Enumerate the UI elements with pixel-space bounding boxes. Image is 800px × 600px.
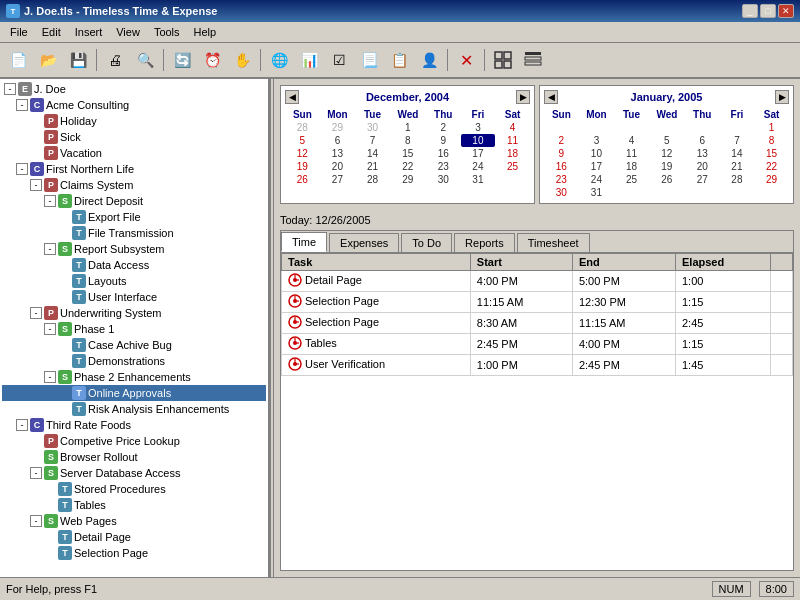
cal-day-dec-3-1[interactable]: 20: [320, 160, 355, 173]
cal-day-dec-3-4[interactable]: 23: [426, 160, 461, 173]
tree-node-s-browserrollout[interactable]: S Browser Rollout: [2, 449, 266, 465]
table-row[interactable]: Tables 2:45 PM4:00 PM1:15: [282, 334, 793, 355]
globe-button[interactable]: 🌐: [265, 47, 293, 73]
cal-prev-dec[interactable]: ◀: [285, 90, 299, 104]
cal-day-dec-3-2[interactable]: 21: [355, 160, 390, 173]
cal-day-dec-1-4[interactable]: 9: [426, 134, 461, 147]
cal-day-jan-4-0[interactable]: 23: [544, 173, 579, 186]
expand-claims[interactable]: -: [30, 179, 42, 191]
tree-node-t-onlineapprovals[interactable]: T Online Approvals: [2, 385, 266, 401]
tree-node-s-phase2[interactable]: - S Phase 2 Enhancements: [2, 369, 266, 385]
tree-node-p-vacation[interactable]: P Vacation: [2, 145, 266, 161]
cal-day-jan-2-3[interactable]: 12: [649, 147, 685, 160]
menu-insert[interactable]: Insert: [69, 24, 109, 40]
cal-day-dec-2-1[interactable]: 13: [320, 147, 355, 160]
tree-node-p-claims[interactable]: - P Claims System: [2, 177, 266, 193]
cal-day-jan-5-1[interactable]: 31: [579, 186, 614, 199]
menu-help[interactable]: Help: [188, 24, 223, 40]
cal-day-jan-3-0[interactable]: 16: [544, 160, 579, 173]
tree-node-t-detailpage[interactable]: T Detail Page: [2, 529, 266, 545]
cal-day-jan-4-6[interactable]: 29: [754, 173, 789, 186]
cal-day-jan-4-3[interactable]: 26: [649, 173, 685, 186]
cal-day-jan-1-2[interactable]: 4: [614, 134, 649, 147]
save-button[interactable]: 💾: [64, 47, 92, 73]
cal-day-dec-3-5[interactable]: 24: [461, 160, 496, 173]
cal-next-dec[interactable]: ▶: [516, 90, 530, 104]
cal-prev-jan[interactable]: ◀: [544, 90, 558, 104]
new-button[interactable]: 📄: [4, 47, 32, 73]
delete-button[interactable]: ✕: [452, 47, 480, 73]
expand-jdoe[interactable]: -: [4, 83, 16, 95]
refresh-button[interactable]: 🔄: [168, 47, 196, 73]
cal-next-jan[interactable]: ▶: [775, 90, 789, 104]
cal-day-jan-4-5[interactable]: 28: [720, 173, 755, 186]
grid2-button[interactable]: [519, 47, 547, 73]
tree-node-c-firstnorthern[interactable]: - C First Northern Life: [2, 161, 266, 177]
tree-node-s-reportsubsys[interactable]: - S Report Subsystem: [2, 241, 266, 257]
cal-day-jan-2-5[interactable]: 14: [720, 147, 755, 160]
tree-node-t-dataaccess[interactable]: T Data Access: [2, 257, 266, 273]
expand-underwriting[interactable]: -: [30, 307, 42, 319]
cal-day-dec-0-0[interactable]: 28: [285, 121, 320, 134]
tree-node-s-directdeposit[interactable]: - S Direct Deposit: [2, 193, 266, 209]
tree-node-t-userinterface[interactable]: T User Interface: [2, 289, 266, 305]
expand-webpages[interactable]: -: [30, 515, 42, 527]
table-row[interactable]: Selection Page 11:15 AM12:30 PM1:15: [282, 292, 793, 313]
cal-day-jan-1-3[interactable]: 5: [649, 134, 685, 147]
tree-node-s-webpages[interactable]: - S Web Pages: [2, 513, 266, 529]
page2-button[interactable]: 📋: [385, 47, 413, 73]
cal-day-jan-3-4[interactable]: 20: [685, 160, 720, 173]
cal-day-dec-2-2[interactable]: 14: [355, 147, 390, 160]
cal-day-jan-4-2[interactable]: 25: [614, 173, 649, 186]
expand-serverdb[interactable]: -: [30, 467, 42, 479]
cal-day-jan-1-6[interactable]: 8: [754, 134, 789, 147]
tree-node-t-storedproc[interactable]: T Stored Procedures: [2, 481, 266, 497]
cal-day-dec-4-5[interactable]: 31: [461, 173, 496, 186]
cal-day-dec-0-3[interactable]: 1: [390, 121, 426, 134]
cal-day-dec-2-0[interactable]: 12: [285, 147, 320, 160]
cal-day-jan-2-4[interactable]: 13: [685, 147, 720, 160]
cal-day-jan-1-0[interactable]: 2: [544, 134, 579, 147]
cal-day-dec-4-1[interactable]: 27: [320, 173, 355, 186]
tree-node-t-riskanalysis[interactable]: T Risk Analysis Enhancements: [2, 401, 266, 417]
cal-day-jan-5-0[interactable]: 30: [544, 186, 579, 199]
cal-day-dec-1-1[interactable]: 6: [320, 134, 355, 147]
menu-file[interactable]: File: [4, 24, 34, 40]
hand-button[interactable]: ✋: [228, 47, 256, 73]
expand-directdeposit[interactable]: -: [44, 195, 56, 207]
grid1-button[interactable]: [489, 47, 517, 73]
menu-tools[interactable]: Tools: [148, 24, 186, 40]
tab-expenses[interactable]: Expenses: [329, 233, 399, 252]
cal-day-dec-4-0[interactable]: 26: [285, 173, 320, 186]
cal-day-jan-1-1[interactable]: 3: [579, 134, 614, 147]
person-button[interactable]: 👤: [415, 47, 443, 73]
page-button[interactable]: 📃: [355, 47, 383, 73]
open-button[interactable]: 📂: [34, 47, 62, 73]
cal-day-dec-0-4[interactable]: 2: [426, 121, 461, 134]
cal-day-dec-2-3[interactable]: 15: [390, 147, 426, 160]
close-button[interactable]: ✕: [778, 4, 794, 18]
tree-node-t-layouts[interactable]: T Layouts: [2, 273, 266, 289]
table-row[interactable]: Detail Page 4:00 PM5:00 PM1:00: [282, 271, 793, 292]
menu-edit[interactable]: Edit: [36, 24, 67, 40]
tree-node-t-tables[interactable]: T Tables: [2, 497, 266, 513]
tree-node-c-thirdrate[interactable]: - C Third Rate Foods: [2, 417, 266, 433]
cal-day-dec-1-2[interactable]: 7: [355, 134, 390, 147]
cal-day-jan-4-4[interactable]: 27: [685, 173, 720, 186]
tree-node-t-filetrans[interactable]: T File Transmission: [2, 225, 266, 241]
cal-day-dec-0-5[interactable]: 3: [461, 121, 496, 134]
cal-day-dec-0-2[interactable]: 30: [355, 121, 390, 134]
tab-time[interactable]: Time: [281, 232, 327, 252]
cal-day-jan-4-1[interactable]: 24: [579, 173, 614, 186]
expand-phase1[interactable]: -: [44, 323, 56, 335]
cal-day-jan-2-6[interactable]: 15: [754, 147, 789, 160]
cal-day-dec-2-5[interactable]: 17: [461, 147, 496, 160]
cal-day-dec-1-5[interactable]: 10: [461, 134, 496, 147]
tree-node-t-selectionpage[interactable]: T Selection Page: [2, 545, 266, 561]
cal-day-dec-2-6[interactable]: 18: [495, 147, 530, 160]
clock-button[interactable]: ⏰: [198, 47, 226, 73]
cal-day-dec-1-3[interactable]: 8: [390, 134, 426, 147]
menu-view[interactable]: View: [110, 24, 146, 40]
cal-day-dec-3-6[interactable]: 25: [495, 160, 530, 173]
tree-node-p-sick[interactable]: P Sick: [2, 129, 266, 145]
